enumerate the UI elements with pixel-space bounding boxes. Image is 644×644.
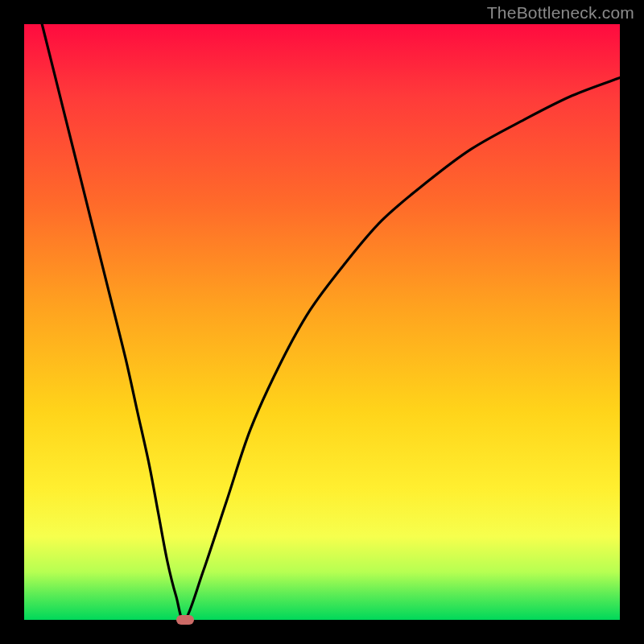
plot-area bbox=[24, 24, 620, 620]
chart-frame: TheBottleneck.com bbox=[0, 0, 644, 644]
bottleneck-curve bbox=[24, 24, 620, 620]
watermark-text: TheBottleneck.com bbox=[487, 3, 634, 23]
minimum-marker bbox=[176, 615, 194, 625]
